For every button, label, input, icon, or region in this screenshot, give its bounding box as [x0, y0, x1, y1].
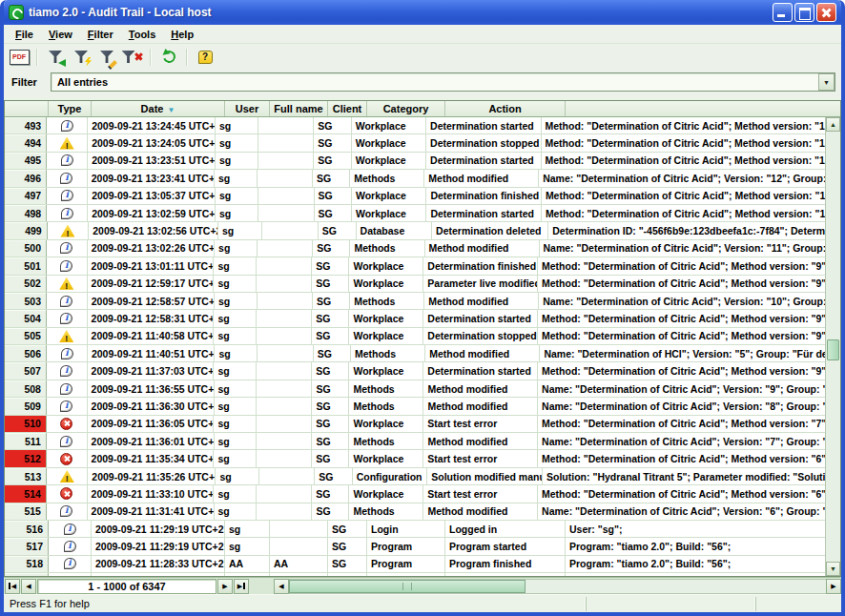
column-header-user[interactable]: User: [225, 101, 270, 116]
cell-action: Solution modified manu…: [427, 468, 543, 484]
cell-details: Determination ID: "-456f6b9e:123dbeefa1c…: [548, 222, 825, 238]
table-row[interactable]: 511 2009-09-21 11:36:01 UTC+2 sg SG Meth…: [5, 433, 825, 450]
last-page-button[interactable]: [234, 579, 249, 594]
table-row[interactable]: 518 2009-09-21 11:28:33 UTC+2 AA AA SG P…: [5, 556, 825, 573]
table-row[interactable]: 501 2009-09-21 13:01:11 UTC+2 sg SG Work…: [5, 257, 825, 275]
cell-client: SG: [312, 450, 349, 466]
table-row[interactable]: 500 2009-09-21 13:02:26 UTC+2 sg SG Meth…: [5, 240, 825, 257]
table-row[interactable]: 494 2009-09-21 13:24:05 UTC+2 sg SG Work…: [5, 134, 825, 152]
table-row[interactable]: 493 2009-09-21 13:24:45 UTC+2 sg SG Work…: [5, 117, 825, 134]
table-row[interactable]: 495 2009-09-21 13:23:51 UTC+2 sg SG Work…: [5, 153, 825, 170]
menu-view[interactable]: View: [41, 27, 80, 42]
table-row[interactable]: 515 2009-09-21 11:31:41 UTC+2 sg SG Meth…: [5, 503, 825, 521]
info-icon: [64, 558, 76, 569]
menu-file[interactable]: File: [8, 27, 41, 42]
scroll-right-icon[interactable]: [826, 579, 841, 594]
table-row[interactable]: 502 2009-09-21 12:59:17 UTC+2 sg SG Work…: [5, 276, 825, 293]
menu-filter[interactable]: Filter: [80, 27, 121, 42]
table-row[interactable]: 499 2009-09-21 13:02:56 UTC+2 sg SG Data…: [5, 222, 825, 239]
table-row[interactable]: 508 2009-09-21 11:36:55 UTC+2 sg SG Meth…: [5, 380, 825, 398]
maximize-button[interactable]: [794, 3, 814, 22]
table-row[interactable]: 514 2009-09-21 11:33:10 UTC+2 sg SG Work…: [5, 485, 825, 503]
cell-action: Determination deleted: [432, 222, 548, 238]
status-panel: [586, 597, 755, 611]
cell-id: 517: [5, 538, 49, 554]
cell-category: Workplace: [349, 485, 423, 502]
table-row[interactable]: 512 2009-09-21 11:35:34 UTC+2 sg SG Work…: [5, 450, 825, 467]
refresh-button[interactable]: [157, 47, 180, 68]
table-row[interactable]: 507 2009-09-21 11:37:03 UTC+2 sg SG Work…: [5, 362, 825, 380]
cell-type: [47, 416, 88, 432]
column-header-category[interactable]: Category: [367, 101, 445, 116]
table-row[interactable]: 503 2009-09-21 12:58:57 UTC+2 sg SG Meth…: [5, 293, 825, 310]
table-row[interactable]: 517 2009-09-21 11:29:19 UTC+2 sg SG Prog…: [5, 538, 825, 555]
cell-date: 2009-09-21 12:58:31 UTC+2: [88, 310, 215, 326]
cell-user: sg: [225, 538, 270, 554]
filter-apply-button[interactable]: [70, 47, 93, 68]
table-row[interactable]: 497 2009-09-21 13:05:37 UTC+2 sg SG Work…: [5, 188, 825, 205]
horizontal-scroll-thumb[interactable]: [289, 580, 526, 593]
cell-user: sg: [214, 328, 257, 344]
column-header-id[interactable]: [5, 101, 49, 116]
help-button[interactable]: ?: [194, 47, 216, 68]
cell-type: [49, 521, 92, 537]
filter-combobox[interactable]: All entries: [51, 72, 835, 92]
cell-date: 2009-09-21 12:58:57 UTC+2: [88, 293, 215, 309]
cell-category: Workplace: [349, 362, 423, 379]
scroll-left-icon[interactable]: [274, 579, 289, 594]
vertical-scroll-thumb[interactable]: [827, 339, 839, 360]
menu-tools[interactable]: Tools: [121, 27, 164, 42]
cell-date: 2009-09-21 13:02:26 UTC+2: [88, 240, 215, 257]
cell-fullname: [262, 222, 319, 238]
menu-help[interactable]: Help: [163, 27, 201, 42]
cell-date: 2009-09-21 13:24:45 UTC+2: [88, 117, 216, 133]
table-row[interactable]: 504 2009-09-21 12:58:31 UTC+2 sg SG Work…: [5, 310, 825, 327]
table-row[interactable]: 516 2009-09-21 11:29:19 UTC+2 sg SG Logi…: [5, 521, 825, 538]
pdf-export-button[interactable]: PDF: [8, 47, 31, 68]
cell-user: sg: [216, 188, 258, 204]
table-row[interactable]: 498 2009-09-21 13:02:59 UTC+2 sg SG Work…: [5, 205, 825, 222]
cell-date: 2009-09-21 13:02:59 UTC+2: [88, 205, 216, 221]
last-page-icon: [237, 583, 245, 589]
table-row[interactable]: 506 2009-09-21 11:40:51 UTC+2 sg SG Meth…: [5, 345, 825, 362]
cell-id: 494: [5, 134, 47, 151]
cell-type: [47, 398, 88, 414]
vertical-scroll-track[interactable]: [826, 132, 840, 562]
filter-edit-button[interactable]: [95, 47, 118, 68]
column-header-action[interactable]: Action: [445, 101, 566, 116]
table-row[interactable]: 510 2009-09-21 11:36:05 UTC+2 sg SG Work…: [5, 416, 825, 433]
cell-client: SG: [314, 117, 351, 133]
filter-bar: Filter All entries: [4, 70, 841, 97]
column-header-fullname[interactable]: Full name: [270, 101, 328, 116]
scroll-up-icon[interactable]: [826, 117, 840, 132]
cell-date: 2009-09-21 11:28:33 UTC+2: [92, 556, 225, 572]
first-page-button[interactable]: [5, 579, 20, 594]
combobox-dropdown-button[interactable]: [818, 73, 835, 91]
table-row[interactable]: 509 2009-09-21 11:36:30 UTC+2 sg SG Meth…: [5, 398, 825, 415]
cell-fullname: [257, 433, 312, 449]
info-icon: [61, 348, 73, 359]
cell-user: sg: [215, 433, 258, 449]
cell-category: [367, 573, 445, 576]
previous-page-button[interactable]: [21, 579, 36, 594]
horizontal-scroll-track[interactable]: [289, 579, 826, 594]
cell-type: [49, 556, 92, 572]
filter-load-button[interactable]: [44, 47, 67, 68]
next-page-button[interactable]: [217, 579, 233, 594]
close-button[interactable]: [816, 3, 836, 22]
table-row[interactable]: 505 2009-09-21 11:40:58 UTC+2 sg SG Work…: [5, 328, 825, 345]
cell-fullname: [257, 257, 312, 274]
cell-type: [47, 310, 88, 326]
table-row[interactable]: [5, 573, 825, 576]
vertical-scrollbar[interactable]: [825, 117, 840, 576]
column-header-client[interactable]: Client: [328, 101, 367, 116]
column-header-date[interactable]: Date: [92, 101, 225, 116]
scroll-down-icon[interactable]: [826, 562, 840, 576]
table-row[interactable]: 496 2009-09-21 13:23:41 UTC+2 sg SG Meth…: [5, 170, 825, 187]
column-header-type[interactable]: Type: [49, 101, 92, 116]
table-row[interactable]: 513 2009-09-21 11:35:26 UTC+2 sg SG Conf…: [5, 468, 825, 485]
minimize-button[interactable]: [773, 3, 793, 22]
cell-id: 500: [5, 240, 47, 257]
filter-delete-button[interactable]: [121, 47, 144, 68]
column-header-details[interactable]: [566, 101, 840, 116]
